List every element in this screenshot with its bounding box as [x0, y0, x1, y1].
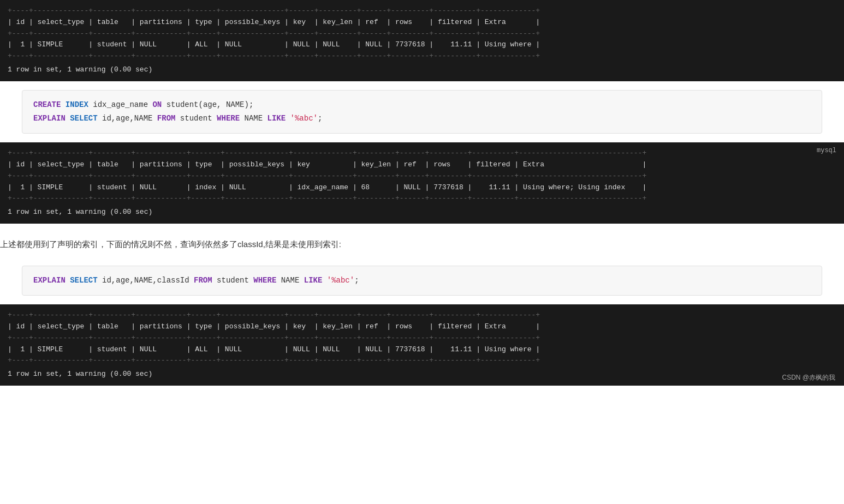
data-row-1: | 1 | SIMPLE | student | NULL | ALL | NU… [8, 39, 836, 51]
code-semi-1: ; [318, 114, 322, 123]
watermark: CSDN @赤枫的我 [782, 373, 835, 382]
mysql-label: mysql [817, 146, 836, 156]
kw-from-1: FROM [157, 114, 176, 123]
kw-explain-2: EXPLAIN [33, 276, 66, 285]
code-line-1: CREATE INDEX idx_age_name ON student(age… [33, 98, 811, 112]
dashed-line-3-3: +----+-------------+---------+----------… [8, 355, 836, 367]
code-text-8: NAME [276, 276, 304, 285]
dashed-line-2-2: +----+-------------+---------+----------… [8, 171, 836, 182]
kw-where-1: WHERE [217, 114, 240, 123]
terminal-block-1: +----+-------------+---------+----------… [0, 0, 844, 81]
header-row-1: | id | select_type | table | partitions … [8, 17, 836, 28]
kw-select-1: SELECT [66, 114, 98, 123]
terminal-block-2: mysql +----+-------------+---------+----… [0, 142, 844, 224]
dashed-line-1-2: +----+-------------+---------+----------… [8, 28, 836, 40]
code-text-5: NAME [240, 114, 267, 123]
data-row-3: | 1 | SIMPLE | student | NULL | ALL | NU… [8, 344, 836, 356]
code-semi-2: ; [354, 276, 359, 285]
kw-from-2: FROM [194, 276, 212, 285]
dashed-line-3-2: +----+-------------+---------+----------… [8, 333, 836, 344]
kw-explain-1: EXPLAIN [33, 114, 66, 123]
result-summary-2: 1 row in set, 1 warning (0.00 sec) [8, 207, 836, 218]
kw-where-2: WHERE [253, 276, 276, 285]
page-wrapper: +----+-------------+---------+----------… [0, 0, 844, 386]
kw-like-1: LIKE [268, 114, 286, 123]
kw-like-2: LIKE [304, 276, 323, 285]
prose-content: 上述都使用到了声明的索引，下面的情况则不然，查询列依然多了classId,结果是… [0, 239, 341, 249]
str-abc-2: '%abc' [322, 276, 354, 285]
data-row-2: | 1 | SIMPLE | student | NULL | index | … [8, 182, 836, 194]
kw-on: ON [152, 100, 162, 109]
kw-index: INDEX [61, 100, 88, 109]
result-summary-1: 1 row in set, 1 warning (0.00 sec) [8, 64, 836, 76]
code-text-6: id,age,NAME,classId [98, 276, 194, 285]
result-summary-3: 1 row in set, 1 warning (0.00 sec) [8, 369, 836, 380]
code-text-4: student [175, 114, 217, 123]
code-text-1: idx_age_name [88, 100, 153, 109]
dashed-line-2-1: +----+-------------+---------+----------… [8, 148, 836, 159]
code-line-3: EXPLAIN SELECT id,age,NAME,classId FROM … [33, 274, 811, 287]
terminal-block-3: +----+-------------+---------+----------… [0, 304, 844, 386]
dashed-line-3-1: +----+-------------+---------+----------… [8, 310, 836, 321]
code-block-1: CREATE INDEX idx_age_name ON student(age… [22, 90, 822, 134]
kw-create: CREATE [33, 100, 61, 109]
code-text-2: student(age, NAME); [162, 100, 253, 109]
code-block-2: EXPLAIN SELECT id,age,NAME,classId FROM … [22, 266, 822, 296]
kw-select-2: SELECT [66, 276, 98, 285]
dashed-line-1-1: +----+-------------+---------+----------… [8, 5, 836, 17]
str-abc-1: '%abc' [286, 114, 318, 123]
prose-text: 上述都使用到了声明的索引，下面的情况则不然，查询列依然多了classId,结果是… [0, 231, 844, 257]
dashed-line-2-3: +----+-------------+---------+----------… [8, 193, 836, 205]
code-text-3: id,age,NAME [98, 114, 157, 123]
dashed-line-1-3: +----+-------------+---------+----------… [8, 51, 836, 62]
code-text-7: student [212, 276, 254, 285]
header-row-2: | id | select_type | table | partitions … [8, 159, 836, 171]
header-row-3: | id | select_type | table | partitions … [8, 321, 836, 333]
code-line-2: EXPLAIN SELECT id,age,NAME FROM student … [33, 112, 811, 125]
